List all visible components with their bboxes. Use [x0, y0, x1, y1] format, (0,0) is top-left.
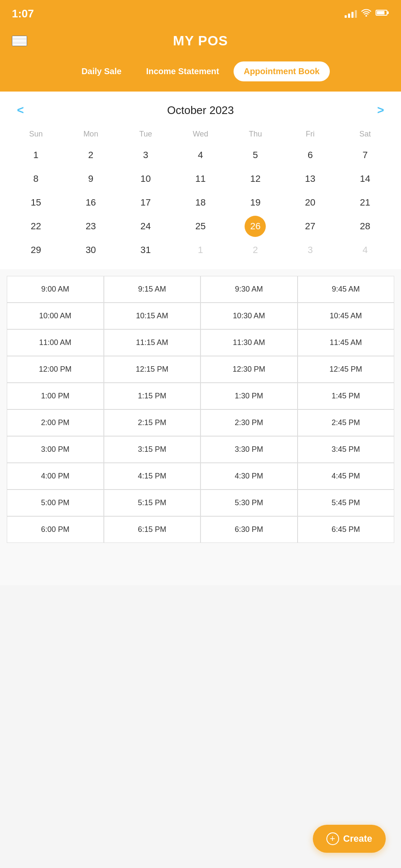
day-name-sun: Sun	[8, 127, 63, 141]
timeslot-button[interactable]: 3:15 PM	[104, 437, 200, 462]
timeslot-button[interactable]: 4:15 PM	[104, 463, 200, 489]
timeslot-button[interactable]: 12:45 PM	[298, 356, 394, 382]
timeslot-button[interactable]: 5:00 PM	[7, 490, 103, 516]
date-cell[interactable]: 15	[25, 192, 47, 213]
timeslot-button[interactable]: 2:15 PM	[104, 410, 200, 436]
timeslot-button[interactable]: 9:00 AM	[7, 276, 103, 302]
battery-icon	[376, 9, 389, 19]
timeslot-button[interactable]: 3:45 PM	[298, 437, 394, 462]
timeslot-button[interactable]: 10:15 AM	[104, 303, 200, 329]
date-cell[interactable]: 30	[80, 239, 101, 261]
timeslot-button[interactable]: 5:30 PM	[201, 490, 297, 516]
date-cell[interactable]: 20	[300, 192, 321, 213]
day-name-fri: Fri	[283, 127, 337, 141]
date-cell[interactable]: 22	[25, 216, 47, 237]
tab-income-statement[interactable]: Income Statement	[136, 61, 229, 81]
date-cell[interactable]: 13	[300, 168, 321, 189]
calendar-day-names: Sun Mon Tue Wed Thu Fri Sat	[8, 127, 393, 141]
tab-daily-sale[interactable]: Daily Sale	[71, 61, 132, 81]
day-name-tue: Tue	[118, 127, 173, 141]
timeslot-button[interactable]: 5:45 PM	[298, 490, 394, 516]
date-cell[interactable]: 11	[190, 168, 211, 189]
date-cell[interactable]: 29	[25, 239, 47, 261]
date-cell[interactable]: 28	[354, 216, 376, 237]
date-cell[interactable]: 10	[135, 168, 156, 189]
timeslot-button[interactable]: 12:00 PM	[7, 356, 103, 382]
calendar-month-label: October 2023	[167, 104, 234, 117]
timeslot-button[interactable]: 11:15 AM	[104, 330, 200, 356]
timeslot-button[interactable]: 1:30 PM	[201, 383, 297, 409]
svg-rect-2	[387, 11, 389, 14]
date-cell[interactable]: 4	[354, 239, 376, 261]
timeslot-button[interactable]: 3:00 PM	[7, 437, 103, 462]
date-cell[interactable]: 19	[245, 192, 266, 213]
date-cell[interactable]: 26	[245, 216, 266, 237]
date-cell[interactable]: 1	[190, 239, 211, 261]
timeslot-button[interactable]: 10:45 AM	[298, 303, 394, 329]
date-cell[interactable]: 27	[300, 216, 321, 237]
signal-icon	[345, 9, 357, 18]
date-cell[interactable]: 31	[135, 239, 156, 261]
timeslot-button[interactable]: 4:45 PM	[298, 463, 394, 489]
date-cell[interactable]: 12	[245, 168, 266, 189]
create-button[interactable]: + Create	[313, 825, 386, 853]
timeslot-button[interactable]: 12:30 PM	[201, 356, 297, 382]
timeslot-button[interactable]: 1:00 PM	[7, 383, 103, 409]
date-cell[interactable]: 14	[354, 168, 376, 189]
date-cell[interactable]: 17	[135, 192, 156, 213]
plus-circle-icon: +	[326, 832, 339, 845]
date-cell[interactable]: 23	[80, 216, 101, 237]
timeslot-button[interactable]: 11:45 AM	[298, 330, 394, 356]
timeslot-button[interactable]: 1:45 PM	[298, 383, 394, 409]
status-icons	[345, 9, 389, 19]
timeslot-button[interactable]: 6:30 PM	[201, 517, 297, 542]
timeslot-button[interactable]: 10:00 AM	[7, 303, 103, 329]
timeslot-button[interactable]: 11:00 AM	[7, 330, 103, 356]
date-cell[interactable]: 24	[135, 216, 156, 237]
day-name-mon: Mon	[63, 127, 118, 141]
timeslot-button[interactable]: 1:15 PM	[104, 383, 200, 409]
timeslot-button[interactable]: 4:30 PM	[201, 463, 297, 489]
date-cell[interactable]: 1	[25, 145, 47, 166]
timeslot-button[interactable]: 9:15 AM	[104, 276, 200, 302]
timeslot-button[interactable]: 6:15 PM	[104, 517, 200, 542]
date-cell[interactable]: 3	[135, 145, 156, 166]
timeslot-button[interactable]: 5:15 PM	[104, 490, 200, 516]
calendar-next-button[interactable]: >	[373, 102, 388, 119]
nav-tabs: Daily Sale Income Statement Appointment …	[0, 57, 401, 92]
timeslot-button[interactable]: 6:45 PM	[298, 517, 394, 542]
date-cell[interactable]: 9	[80, 168, 101, 189]
timeslot-button[interactable]: 12:15 PM	[104, 356, 200, 382]
status-bar: 1:07	[0, 0, 401, 25]
timeslot-button[interactable]: 2:45 PM	[298, 410, 394, 436]
app-header: MY POS	[0, 25, 401, 57]
date-cell[interactable]: 25	[190, 216, 211, 237]
timeslot-button[interactable]: 3:30 PM	[201, 437, 297, 462]
date-cell[interactable]: 2	[245, 239, 266, 261]
date-cell[interactable]: 3	[300, 239, 321, 261]
date-cell[interactable]: 6	[300, 145, 321, 166]
calendar-prev-button[interactable]: <	[13, 102, 28, 119]
date-cell[interactable]: 5	[245, 145, 266, 166]
timeslot-button[interactable]: 10:30 AM	[201, 303, 297, 329]
date-cell[interactable]: 4	[190, 145, 211, 166]
timeslot-button[interactable]: 9:45 AM	[298, 276, 394, 302]
tab-appointment-book[interactable]: Appointment Book	[234, 61, 330, 81]
day-name-wed: Wed	[173, 127, 228, 141]
timeslot-button[interactable]: 2:30 PM	[201, 410, 297, 436]
date-cell[interactable]: 16	[80, 192, 101, 213]
calendar: < October 2023 > Sun Mon Tue Wed Thu Fri…	[0, 92, 401, 269]
date-cell[interactable]: 8	[25, 168, 47, 189]
date-cell[interactable]: 21	[354, 192, 376, 213]
date-cell[interactable]: 7	[354, 145, 376, 166]
date-cell[interactable]: 2	[80, 145, 101, 166]
timeslot-button[interactable]: 6:00 PM	[7, 517, 103, 542]
timeslot-button[interactable]: 11:30 AM	[201, 330, 297, 356]
svg-rect-1	[377, 11, 384, 14]
hamburger-menu-button[interactable]	[12, 36, 27, 46]
status-time: 1:07	[12, 7, 34, 20]
date-cell[interactable]: 18	[190, 192, 211, 213]
timeslot-button[interactable]: 2:00 PM	[7, 410, 103, 436]
timeslot-button[interactable]: 9:30 AM	[201, 276, 297, 302]
timeslot-button[interactable]: 4:00 PM	[7, 463, 103, 489]
